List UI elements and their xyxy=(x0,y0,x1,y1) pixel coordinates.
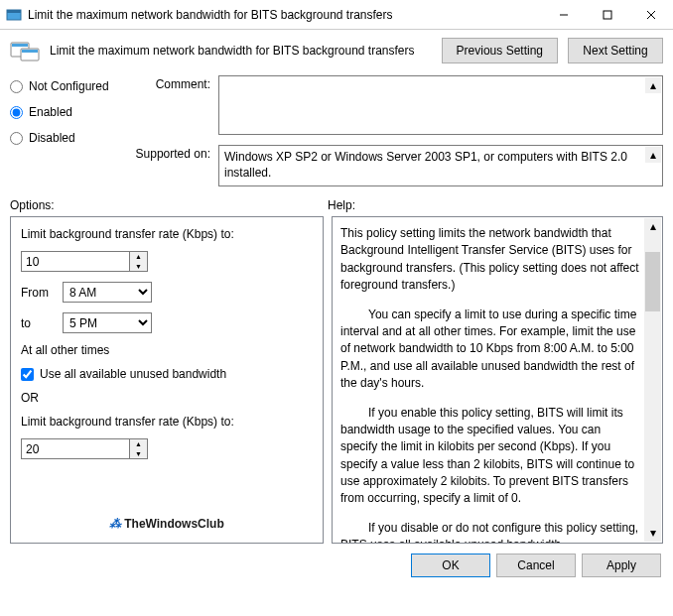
spin-up-icon[interactable]: ▲ xyxy=(130,439,147,449)
spin-down-icon[interactable]: ▼ xyxy=(130,449,147,459)
or-label: OR xyxy=(21,391,313,405)
from-label: From xyxy=(21,286,55,300)
supported-on-text: Windows XP SP2 or Windows Server 2003 SP… xyxy=(218,145,663,186)
window-titlebar: Limit the maximum network bandwidth for … xyxy=(0,0,673,30)
help-paragraph: If you enable this policy setting, BITS … xyxy=(340,405,640,508)
radio-not-configured-input[interactable] xyxy=(10,80,23,93)
scroll-up-icon[interactable]: ▴ xyxy=(644,218,661,235)
policy-header: Limit the maximum network bandwidth for … xyxy=(0,30,673,75)
radio-not-configured-label: Not Configured xyxy=(29,79,109,93)
help-paragraph: You can specify a limit to use during a … xyxy=(340,307,640,393)
supported-on-label: Supported on: xyxy=(129,145,210,186)
window-title: Limit the maximum network bandwidth for … xyxy=(28,8,542,22)
radio-enabled-input[interactable] xyxy=(10,106,23,119)
from-time-select[interactable]: 8 AM xyxy=(63,282,152,303)
state-radio-group: Not Configured Enabled Disabled xyxy=(10,75,119,186)
radio-enabled-label: Enabled xyxy=(29,105,72,119)
policy-icon xyxy=(10,40,40,62)
scroll-down-icon[interactable]: ▾ xyxy=(644,525,661,542)
use-all-bandwidth-input[interactable] xyxy=(21,368,34,381)
svg-rect-7 xyxy=(12,44,28,47)
next-setting-button[interactable]: Next Setting xyxy=(568,38,663,63)
to-time-select[interactable]: 5 PM xyxy=(63,312,152,333)
scroll-up-icon[interactable]: ▴ xyxy=(645,77,661,93)
cancel-button[interactable]: Cancel xyxy=(496,554,576,577)
ok-button[interactable]: OK xyxy=(411,554,490,577)
policy-title: Limit the maximum network bandwidth for … xyxy=(50,44,432,58)
spin-up-icon[interactable]: ▲ xyxy=(130,252,147,262)
options-heading: Options: xyxy=(10,198,328,212)
rate2-input[interactable] xyxy=(21,438,130,459)
scroll-thumb[interactable] xyxy=(645,252,660,311)
radio-disabled-label: Disabled xyxy=(29,131,75,145)
comment-label: Comment: xyxy=(129,75,210,135)
help-paragraph: This policy setting limits the network b… xyxy=(340,225,640,295)
use-all-bandwidth-checkbox[interactable]: Use all available unused bandwidth xyxy=(21,367,313,381)
watermark-logo: ⁂TheWindowsClub xyxy=(11,514,323,531)
comment-textarea[interactable]: ▴ xyxy=(218,75,663,135)
to-label: to xyxy=(21,316,55,330)
all-other-times-label: At all other times xyxy=(21,343,313,357)
dialog-footer: OK Cancel Apply xyxy=(0,544,673,587)
scroll-up-icon[interactable]: ▴ xyxy=(645,147,661,163)
help-heading: Help: xyxy=(328,198,355,212)
apply-button[interactable]: Apply xyxy=(582,554,661,577)
close-button[interactable] xyxy=(629,0,673,30)
rate1-spinner[interactable]: ▲▼ xyxy=(21,251,313,272)
rate2-spinner[interactable]: ▲▼ xyxy=(21,438,313,459)
logo-accent-icon: ⁂ xyxy=(109,517,121,531)
spin-down-icon[interactable]: ▼ xyxy=(130,262,147,272)
rate1-input[interactable] xyxy=(21,251,130,272)
rate1-label: Limit background transfer rate (Kbps) to… xyxy=(21,227,313,241)
help-panel: This policy setting limits the network b… xyxy=(332,216,663,544)
svg-rect-1 xyxy=(7,10,21,13)
rate2-label: Limit background transfer rate (Kbps) to… xyxy=(21,415,313,429)
help-scrollbar[interactable]: ▴ ▾ xyxy=(644,218,661,542)
svg-rect-3 xyxy=(604,11,611,19)
radio-not-configured[interactable]: Not Configured xyxy=(10,79,119,93)
maximize-button[interactable] xyxy=(586,0,629,30)
use-all-bandwidth-label: Use all available unused bandwidth xyxy=(40,367,226,381)
radio-disabled[interactable]: Disabled xyxy=(10,131,119,145)
radio-enabled[interactable]: Enabled xyxy=(10,105,119,119)
app-icon xyxy=(6,7,22,23)
help-paragraph: If you disable or do not configure this … xyxy=(340,520,640,544)
minimize-button[interactable] xyxy=(542,0,586,30)
svg-rect-9 xyxy=(22,50,38,53)
options-panel: Limit background transfer rate (Kbps) to… xyxy=(10,216,324,544)
previous-setting-button[interactable]: Previous Setting xyxy=(442,38,558,63)
radio-disabled-input[interactable] xyxy=(10,132,23,145)
